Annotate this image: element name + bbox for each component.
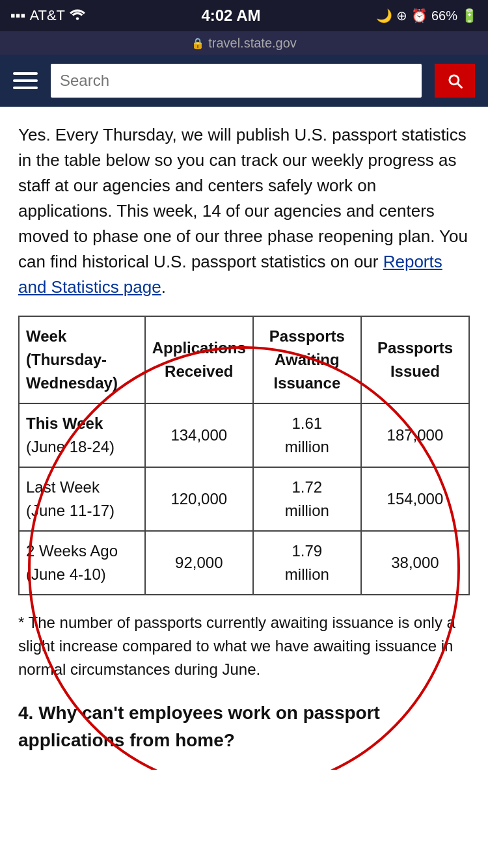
row-apps-last: 120,000 <box>145 467 253 531</box>
row-apps-2ago: 92,000 <box>145 531 253 595</box>
hamburger-line-2 <box>13 79 38 82</box>
main-content: Yes. Every Thursday, we will publish U.S… <box>0 107 488 770</box>
table-row: 2 Weeks Ago(June 4-10) 92,000 1.79millio… <box>19 531 469 595</box>
row-issued-this: 187,000 <box>361 403 469 467</box>
table-row: This Week(June 18-24) 134,000 1.61millio… <box>19 403 469 467</box>
search-input[interactable] <box>60 72 413 90</box>
row-week-last: Last Week(June 11-17) <box>19 467 145 531</box>
status-time: 4:02 AM <box>201 7 260 25</box>
battery-level: 66% <box>431 8 457 23</box>
url-bar[interactable]: 🔒 travel.state.gov <box>0 31 488 55</box>
intro-period: . <box>161 277 166 297</box>
row-awaiting-last: 1.72million <box>253 467 361 531</box>
hamburger-line-3 <box>13 87 38 89</box>
battery-icon: 🔋 <box>461 8 478 23</box>
url-text: travel.state.gov <box>208 36 297 51</box>
moon-icon: 🌙 <box>376 8 392 23</box>
row-awaiting-2ago: 1.79million <box>253 531 361 595</box>
row-week-this: This Week(June 18-24) <box>19 403 145 467</box>
intro-text-body: Yes. Every Thursday, we will publish U.S… <box>18 125 468 271</box>
hamburger-line-1 <box>13 72 38 75</box>
table-header-passports-awaiting: Passports Awaiting Issuance <box>253 316 361 403</box>
nav-header <box>0 55 488 107</box>
footnote-text: * The number of passports currently awai… <box>18 611 470 681</box>
alarm-icon: ⏰ <box>411 8 427 23</box>
status-bar: ▪▪▪ AT&T 4:02 AM 🌙 ⊕ ⏰ 66% 🔋 <box>0 0 488 31</box>
search-icon <box>446 72 464 90</box>
row-issued-last: 154,000 <box>361 467 469 531</box>
table-header-week: Week (Thursday-Wednesday) <box>19 316 145 403</box>
svg-point-0 <box>76 17 79 20</box>
passport-statistics-table: Week (Thursday-Wednesday) Applications R… <box>18 316 470 595</box>
intro-paragraph: Yes. Every Thursday, we will publish U.S… <box>18 122 470 300</box>
wifi-icon <box>69 7 86 24</box>
next-section-heading: 4. Why can't employees work on passport … <box>18 699 470 754</box>
row-issued-2ago: 38,000 <box>361 531 469 595</box>
table-header-passports-issued: Passports Issued <box>361 316 469 403</box>
location-icon: ⊕ <box>396 8 407 23</box>
carrier-name: AT&T <box>29 7 65 24</box>
row-awaiting-this: 1.61million <box>253 403 361 467</box>
status-right: 🌙 ⊕ ⏰ 66% 🔋 <box>376 8 478 23</box>
table-row: Last Week(June 11-17) 120,000 1.72millio… <box>19 467 469 531</box>
status-left: ▪▪▪ AT&T <box>10 7 86 24</box>
lock-icon: 🔒 <box>191 37 204 49</box>
table-header-applications: Applications Received <box>145 316 253 403</box>
search-button[interactable] <box>435 64 475 98</box>
signal-icon: ▪▪▪ <box>10 7 25 24</box>
search-box <box>51 64 422 98</box>
row-apps-this: 134,000 <box>145 403 253 467</box>
row-week-2ago: 2 Weeks Ago(June 4-10) <box>19 531 145 595</box>
hamburger-menu[interactable] <box>13 72 38 89</box>
